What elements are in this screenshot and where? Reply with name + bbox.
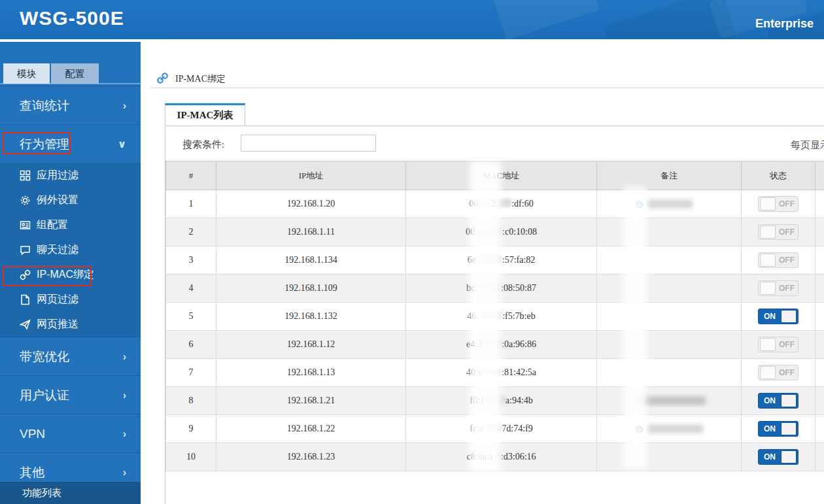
sidebar-item-应用过滤[interactable]: 应用过滤 bbox=[0, 163, 141, 188]
toggle-knob bbox=[760, 282, 776, 295]
sidebar-item-例外设置[interactable]: 例外设置 bbox=[0, 188, 141, 212]
cell-remark bbox=[597, 443, 742, 471]
table-row: 10192.168.1.23c8:0a:a:d3:06:16ON bbox=[166, 443, 824, 471]
sub-item-label: 网页推送 bbox=[37, 312, 78, 337]
toggle-label: OFF bbox=[776, 227, 798, 237]
toggle-off[interactable]: OFF bbox=[758, 224, 798, 240]
tab-config[interactable]: 配置 bbox=[51, 63, 99, 84]
cell-mac: 00:c0:10:08 bbox=[406, 218, 597, 246]
breadcrumb-label: IP-MAC绑定 bbox=[175, 73, 226, 85]
column-header: IP地址 bbox=[216, 161, 406, 190]
tab-ipmac-list[interactable]: IP-MAC列表 bbox=[165, 103, 245, 126]
chat-icon bbox=[20, 244, 31, 256]
sidebar-submenu: 应用过滤例外设置组配置聊天过滤IP-MAC绑定网页过滤网页推送 bbox=[0, 163, 141, 337]
cell-mac: f0:1a:94:4b bbox=[406, 387, 597, 415]
cell-index: 7 bbox=[166, 359, 216, 387]
cell-index: 4 bbox=[166, 275, 216, 303]
sidebar-group-行为管理[interactable]: 行为管理∨ bbox=[0, 124, 141, 163]
sidebar-footer-function-list[interactable]: 功能列表 bbox=[0, 482, 141, 504]
group-label: 带宽优化 bbox=[20, 350, 69, 363]
remark-censored bbox=[597, 199, 741, 209]
toggle-label: ON bbox=[759, 424, 781, 433]
cell-index: 9 bbox=[166, 415, 216, 443]
cell-status: OFF bbox=[742, 190, 815, 218]
table-row: 7192.168.1.1340:e:81:42:5aOFF bbox=[166, 359, 824, 387]
table-row: 1192.168.1.2000:2:df:60OFF bbox=[166, 190, 824, 218]
censored-block bbox=[635, 396, 706, 405]
toggle-on[interactable]: ON bbox=[758, 309, 798, 324]
sidebar-group-VPN[interactable]: VPN› bbox=[0, 414, 141, 452]
cell-index: 8 bbox=[166, 387, 216, 415]
user-app-icon bbox=[635, 425, 644, 433]
sub-item-label: IP-MAC绑定 bbox=[37, 262, 94, 287]
cell-index: 2 bbox=[166, 218, 216, 246]
mac-text: 00 bbox=[466, 227, 475, 237]
cell-remark bbox=[597, 218, 742, 246]
toggle-on[interactable]: ON bbox=[758, 421, 798, 437]
cell-ip: 192.168.1.11 bbox=[216, 218, 406, 246]
table-row: 8192.168.1.21f0:1a:94:4bON bbox=[166, 387, 824, 415]
censored-block bbox=[496, 199, 511, 207]
sidebar-menu: 查询统计›行为管理∨应用过滤例外设置组配置聊天过滤IP-MAC绑定网页过滤网页推… bbox=[0, 86, 141, 491]
toggle-off[interactable]: OFF bbox=[758, 252, 798, 268]
table-row: 9192.168.1.22fc:a7d:74:f9ON bbox=[166, 415, 824, 443]
group-label: 其他 bbox=[20, 465, 44, 479]
toggle-off[interactable]: OFF bbox=[758, 365, 798, 380]
cell-ip: 192.168.1.132 bbox=[216, 303, 406, 331]
group-label: 用户认证 bbox=[20, 388, 69, 402]
censored-block bbox=[493, 452, 501, 460]
censored-block bbox=[485, 395, 506, 404]
chevron-right-icon: › bbox=[123, 86, 126, 125]
sidebar-tab-bar: 模块 配置 bbox=[0, 63, 141, 84]
gear-icon bbox=[20, 195, 31, 206]
sidebar-item-IP-MAC绑定[interactable]: IP-MAC绑定 bbox=[0, 262, 141, 287]
toggle-on[interactable]: ON bbox=[758, 393, 798, 409]
censored-block bbox=[477, 283, 501, 292]
table-row: 2192.168.1.1100:c0:10:08OFF bbox=[166, 218, 824, 246]
chevron-right-icon: › bbox=[123, 337, 126, 376]
toggle-knob bbox=[760, 226, 776, 239]
sidebar-group-查询统计[interactable]: 查询统计› bbox=[0, 86, 141, 124]
toggle-off[interactable]: OFF bbox=[758, 196, 798, 212]
sidebar-group-带宽优化[interactable]: 带宽优化› bbox=[0, 337, 141, 375]
chevron-right-icon: › bbox=[123, 414, 126, 453]
grid-icon bbox=[20, 170, 31, 181]
cell-status: OFF bbox=[742, 331, 815, 359]
cell-ip: 192.168.1.109 bbox=[216, 275, 406, 303]
header-pattern bbox=[492, 0, 600, 39]
mac-text: :57:fa:82 bbox=[502, 255, 536, 265]
mac-text: :f5:7b:eb bbox=[502, 311, 536, 321]
toggle-knob bbox=[760, 338, 776, 351]
sidebar-item-网页推送[interactable]: 网页推送 bbox=[0, 312, 141, 337]
cell-cut bbox=[815, 359, 824, 387]
sub-item-label: 网页过滤 bbox=[37, 287, 78, 312]
cell-cut bbox=[815, 246, 824, 275]
mac-text: :c0:10:08 bbox=[502, 227, 537, 237]
mac-text: :0a:96:86 bbox=[502, 339, 536, 349]
toggle-on[interactable]: ON bbox=[758, 449, 798, 465]
toggle-off[interactable]: OFF bbox=[758, 337, 798, 352]
toggle-knob bbox=[760, 254, 776, 267]
sidebar-item-网页过滤[interactable]: 网页过滤 bbox=[0, 287, 141, 312]
censored-block bbox=[482, 339, 502, 348]
toggle-off[interactable]: OFF bbox=[758, 280, 798, 296]
sidebar-item-组配置[interactable]: 组配置 bbox=[0, 212, 141, 237]
censored-block bbox=[481, 199, 491, 207]
cell-cut bbox=[815, 303, 824, 331]
sidebar-item-聊天过滤[interactable]: 聊天过滤 bbox=[0, 237, 141, 262]
cell-remark bbox=[597, 415, 742, 443]
search-input[interactable] bbox=[241, 135, 376, 152]
cell-status: ON bbox=[742, 443, 815, 471]
app-header: WSG-500E Enterprise bbox=[0, 0, 824, 39]
link-icon bbox=[20, 269, 31, 280]
cell-status: OFF bbox=[742, 246, 815, 275]
sidebar-group-用户认证[interactable]: 用户认证› bbox=[0, 375, 141, 414]
censored-block bbox=[647, 424, 703, 433]
table-row: 4192.168.1.109bc::08:50:87OFF bbox=[166, 275, 824, 303]
remark-censored bbox=[597, 424, 741, 433]
cell-index: 5 bbox=[166, 303, 216, 331]
tab-modules[interactable]: 模块 bbox=[3, 63, 50, 84]
toggle-label: OFF bbox=[776, 340, 798, 349]
mac-text: f0:1 bbox=[470, 395, 485, 405]
cell-index: 1 bbox=[166, 190, 216, 218]
